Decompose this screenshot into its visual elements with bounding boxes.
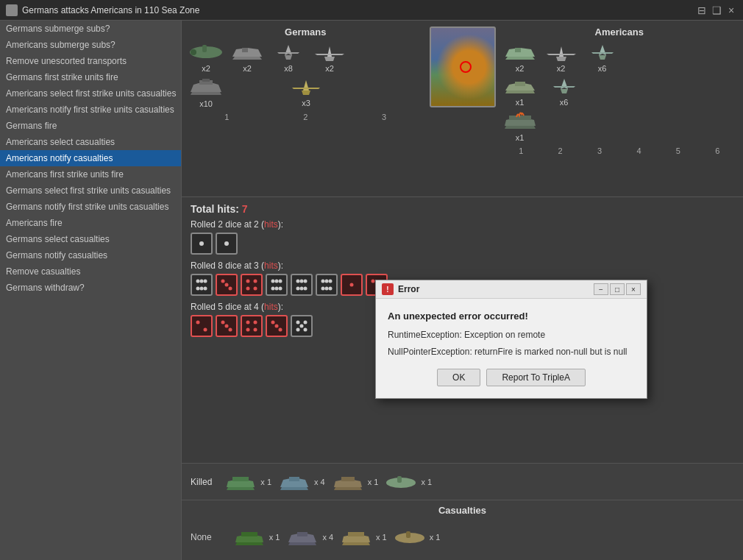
error-dialog: ! Error − □ × An unexpected error occurr… — [375, 280, 647, 399]
ok-button[interactable]: OK — [437, 369, 480, 386]
dialog-body: An unexpected error occurred! RuntimeExc… — [376, 299, 647, 398]
dialog-buttons: OK Report To TripleA — [388, 369, 635, 386]
report-button[interactable]: Report To TripleA — [486, 369, 586, 386]
dialog-overlay: ! Error − □ × An unexpected error occurr… — [0, 0, 743, 560]
dialog-error-line2: NullPointerException: returnFire is mark… — [388, 346, 635, 358]
dialog-error-title: An unexpected error occurred! — [388, 311, 635, 322]
dialog-error-line1: RuntimeException: Exception on remote — [388, 329, 635, 341]
dialog-maximize-button[interactable]: □ — [610, 283, 625, 295]
dialog-title-text: Error — [398, 284, 419, 294]
dialog-close-button[interactable]: × — [626, 283, 641, 295]
dialog-minimize-button[interactable]: − — [594, 283, 608, 295]
error-icon: ! — [382, 283, 394, 295]
dialog-title-bar: ! Error − □ × — [376, 280, 647, 299]
